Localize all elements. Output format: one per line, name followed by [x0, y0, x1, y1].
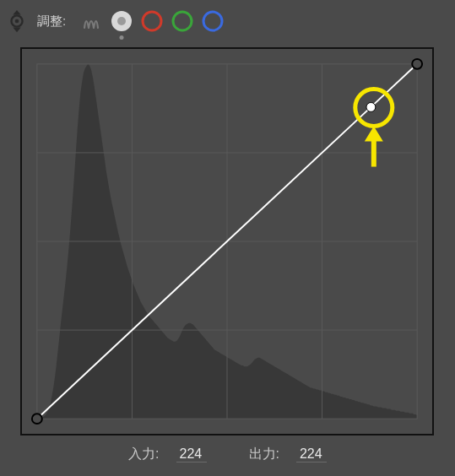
output-label: 出力:: [249, 446, 279, 463]
svg-point-18: [412, 59, 422, 69]
input-label: 入力:: [128, 446, 159, 463]
curves-canvas[interactable]: [22, 49, 432, 434]
svg-point-8: [203, 12, 222, 30]
adjust-label: 調整:: [37, 14, 66, 30]
channel-red[interactable]: [140, 9, 164, 33]
stepper-control[interactable]: [8, 8, 25, 34]
svg-marker-3: [13, 28, 20, 33]
svg-point-5: [117, 17, 126, 25]
input-value[interactable]: 224: [176, 446, 207, 462]
channel-blue[interactable]: [201, 9, 225, 33]
active-channel-indicator: [120, 35, 124, 40]
svg-point-2: [15, 19, 19, 24]
svg-point-7: [173, 12, 192, 30]
curves-panel[interactable]: [20, 47, 434, 435]
svg-marker-0: [13, 10, 20, 15]
channel-combined[interactable]: [110, 9, 133, 33]
svg-point-6: [143, 12, 161, 30]
svg-point-19: [366, 102, 376, 111]
readout-row: 入力: 224 出力: 224: [0, 435, 455, 463]
output-value[interactable]: 224: [296, 446, 327, 462]
channel-green[interactable]: [171, 9, 194, 33]
svg-point-17: [32, 414, 42, 424]
channel-auto-icon[interactable]: [79, 9, 103, 33]
toolbar: 調整:: [0, 0, 455, 39]
channel-selector: [79, 9, 225, 33]
